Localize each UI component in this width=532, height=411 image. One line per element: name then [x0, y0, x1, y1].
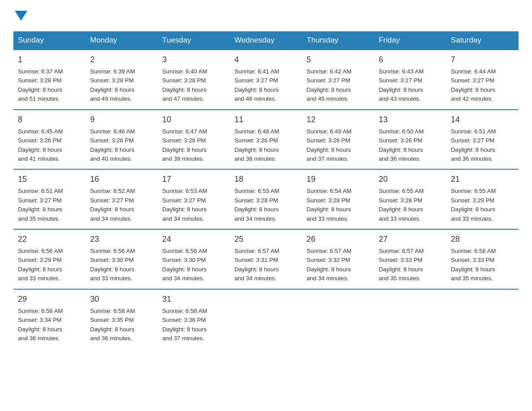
calendar-cell: 20 Sunrise: 6:55 AM Sunset: 3:28 PM Dayl…	[374, 169, 446, 229]
day-number: 1	[18, 54, 81, 66]
day-number: 23	[90, 233, 153, 246]
day-info: Sunrise: 6:45 AM Sunset: 3:26 PM Dayligh…	[18, 127, 81, 164]
day-info: Sunrise: 6:53 AM Sunset: 3:28 PM Dayligh…	[234, 187, 297, 223]
day-number: 21	[451, 173, 514, 186]
day-info: Sunrise: 6:39 AM Sunset: 3:28 PM Dayligh…	[90, 67, 153, 104]
day-info: Sunrise: 6:56 AM Sunset: 3:30 PM Dayligh…	[90, 247, 153, 283]
day-info: Sunrise: 6:43 AM Sunset: 3:27 PM Dayligh…	[379, 67, 442, 104]
calendar-cell	[230, 289, 302, 349]
day-number: 19	[307, 173, 370, 186]
calendar-cell: 1 Sunrise: 6:37 AM Sunset: 3:28 PM Dayli…	[13, 50, 86, 110]
day-number: 4	[234, 54, 297, 66]
calendar-cell: 15 Sunrise: 6:51 AM Sunset: 3:27 PM Dayl…	[13, 169, 86, 229]
calendar-cell: 8 Sunrise: 6:45 AM Sunset: 3:26 PM Dayli…	[13, 110, 86, 170]
calendar-cell: 21 Sunrise: 6:55 AM Sunset: 3:29 PM Dayl…	[446, 169, 519, 229]
day-number: 5	[307, 54, 370, 66]
day-info: Sunrise: 6:58 AM Sunset: 3:36 PM Dayligh…	[162, 307, 225, 343]
calendar-cell: 31 Sunrise: 6:58 AM Sunset: 3:36 PM Dayl…	[158, 289, 230, 349]
calendar-cell: 17 Sunrise: 6:53 AM Sunset: 3:27 PM Dayl…	[158, 169, 230, 229]
day-number: 12	[307, 114, 370, 126]
col-sunday: Sunday	[13, 31, 86, 50]
day-info: Sunrise: 6:40 AM Sunset: 3:28 PM Dayligh…	[162, 67, 225, 104]
day-info: Sunrise: 6:41 AM Sunset: 3:27 PM Dayligh…	[234, 67, 297, 104]
col-thursday: Thursday	[302, 31, 374, 50]
calendar-cell: 25 Sunrise: 6:57 AM Sunset: 3:31 PM Dayl…	[230, 229, 302, 289]
calendar-cell: 3 Sunrise: 6:40 AM Sunset: 3:28 PM Dayli…	[158, 50, 230, 110]
day-number: 28	[451, 233, 514, 246]
calendar-week-2: 8 Sunrise: 6:45 AM Sunset: 3:26 PM Dayli…	[13, 110, 519, 170]
calendar-cell: 28 Sunrise: 6:58 AM Sunset: 3:33 PM Dayl…	[446, 229, 519, 289]
day-info: Sunrise: 6:48 AM Sunset: 3:26 PM Dayligh…	[234, 127, 297, 164]
calendar-cell: 7 Sunrise: 6:44 AM Sunset: 3:27 PM Dayli…	[446, 50, 519, 110]
calendar-table: Sunday Monday Tuesday Wednesday Thursday…	[13, 31, 519, 349]
day-info: Sunrise: 6:52 AM Sunset: 3:27 PM Dayligh…	[90, 187, 153, 223]
day-info: Sunrise: 6:54 AM Sunset: 3:28 PM Dayligh…	[307, 187, 370, 223]
day-number: 27	[379, 233, 442, 246]
calendar-week-5: 29 Sunrise: 6:58 AM Sunset: 3:34 PM Dayl…	[13, 289, 519, 349]
day-number: 9	[90, 114, 153, 126]
day-number: 15	[18, 173, 81, 186]
day-number: 17	[162, 173, 225, 186]
day-info: Sunrise: 6:56 AM Sunset: 3:29 PM Dayligh…	[18, 247, 81, 283]
day-info: Sunrise: 6:42 AM Sunset: 3:27 PM Dayligh…	[307, 67, 370, 104]
calendar-body: 1 Sunrise: 6:37 AM Sunset: 3:28 PM Dayli…	[13, 50, 519, 349]
day-number: 18	[234, 173, 297, 186]
page-header	[13, 9, 519, 22]
col-saturday: Saturday	[446, 31, 519, 50]
day-info: Sunrise: 6:58 AM Sunset: 3:34 PM Dayligh…	[18, 307, 81, 343]
day-info: Sunrise: 6:51 AM Sunset: 3:27 PM Dayligh…	[18, 187, 81, 223]
col-wednesday: Wednesday	[230, 31, 302, 50]
calendar-cell: 30 Sunrise: 6:58 AM Sunset: 3:35 PM Dayl…	[86, 289, 158, 349]
logo-triangle-icon	[15, 11, 27, 21]
calendar-cell: 24 Sunrise: 6:56 AM Sunset: 3:30 PM Dayl…	[158, 229, 230, 289]
day-info: Sunrise: 6:57 AM Sunset: 3:32 PM Dayligh…	[307, 247, 370, 283]
day-info: Sunrise: 6:57 AM Sunset: 3:33 PM Dayligh…	[379, 247, 442, 283]
day-number: 30	[90, 293, 153, 306]
calendar-cell: 14 Sunrise: 6:51 AM Sunset: 3:27 PM Dayl…	[446, 110, 519, 170]
calendar-cell: 9 Sunrise: 6:46 AM Sunset: 3:26 PM Dayli…	[86, 110, 158, 170]
day-number: 22	[18, 233, 81, 246]
day-info: Sunrise: 6:55 AM Sunset: 3:29 PM Dayligh…	[451, 187, 514, 223]
day-info: Sunrise: 6:58 AM Sunset: 3:33 PM Dayligh…	[451, 247, 514, 283]
day-number: 8	[18, 114, 81, 126]
calendar-cell: 11 Sunrise: 6:48 AM Sunset: 3:26 PM Dayl…	[230, 110, 302, 170]
calendar-cell: 23 Sunrise: 6:56 AM Sunset: 3:30 PM Dayl…	[86, 229, 158, 289]
day-number: 24	[162, 233, 225, 246]
calendar-cell: 26 Sunrise: 6:57 AM Sunset: 3:32 PM Dayl…	[302, 229, 374, 289]
calendar-cell	[446, 289, 519, 349]
col-tuesday: Tuesday	[158, 31, 230, 50]
day-number: 26	[307, 233, 370, 246]
day-info: Sunrise: 6:46 AM Sunset: 3:26 PM Dayligh…	[90, 127, 153, 164]
day-info: Sunrise: 6:37 AM Sunset: 3:28 PM Dayligh…	[18, 67, 81, 104]
calendar-cell: 22 Sunrise: 6:56 AM Sunset: 3:29 PM Dayl…	[13, 229, 86, 289]
day-number: 7	[451, 54, 514, 66]
calendar-week-4: 22 Sunrise: 6:56 AM Sunset: 3:29 PM Dayl…	[13, 229, 519, 289]
calendar-week-1: 1 Sunrise: 6:37 AM Sunset: 3:28 PM Dayli…	[13, 50, 519, 110]
calendar-cell: 29 Sunrise: 6:58 AM Sunset: 3:34 PM Dayl…	[13, 289, 86, 349]
day-number: 29	[18, 293, 81, 306]
day-number: 6	[379, 54, 442, 66]
calendar-cell	[374, 289, 446, 349]
calendar-cell: 5 Sunrise: 6:42 AM Sunset: 3:27 PM Dayli…	[302, 50, 374, 110]
calendar-cell: 2 Sunrise: 6:39 AM Sunset: 3:28 PM Dayli…	[86, 50, 158, 110]
day-number: 16	[90, 173, 153, 186]
calendar-cell: 16 Sunrise: 6:52 AM Sunset: 3:27 PM Dayl…	[86, 169, 158, 229]
day-info: Sunrise: 6:51 AM Sunset: 3:27 PM Dayligh…	[451, 127, 514, 164]
day-number: 13	[379, 114, 442, 126]
calendar-cell: 6 Sunrise: 6:43 AM Sunset: 3:27 PM Dayli…	[374, 50, 446, 110]
calendar-cell: 10 Sunrise: 6:47 AM Sunset: 3:26 PM Dayl…	[158, 110, 230, 170]
day-number: 2	[90, 54, 153, 66]
day-info: Sunrise: 6:50 AM Sunset: 3:26 PM Dayligh…	[379, 127, 442, 164]
day-info: Sunrise: 6:49 AM Sunset: 3:26 PM Dayligh…	[307, 127, 370, 164]
day-info: Sunrise: 6:56 AM Sunset: 3:30 PM Dayligh…	[162, 247, 225, 283]
day-number: 31	[162, 293, 225, 306]
day-number: 11	[234, 114, 297, 126]
day-info: Sunrise: 6:57 AM Sunset: 3:31 PM Dayligh…	[234, 247, 297, 283]
day-info: Sunrise: 6:55 AM Sunset: 3:28 PM Dayligh…	[379, 187, 442, 223]
calendar-cell: 12 Sunrise: 6:49 AM Sunset: 3:26 PM Dayl…	[302, 110, 374, 170]
day-number: 20	[379, 173, 442, 186]
day-number: 25	[234, 233, 297, 246]
col-monday: Monday	[86, 31, 158, 50]
calendar-cell: 4 Sunrise: 6:41 AM Sunset: 3:27 PM Dayli…	[230, 50, 302, 110]
day-info: Sunrise: 6:47 AM Sunset: 3:26 PM Dayligh…	[162, 127, 225, 164]
